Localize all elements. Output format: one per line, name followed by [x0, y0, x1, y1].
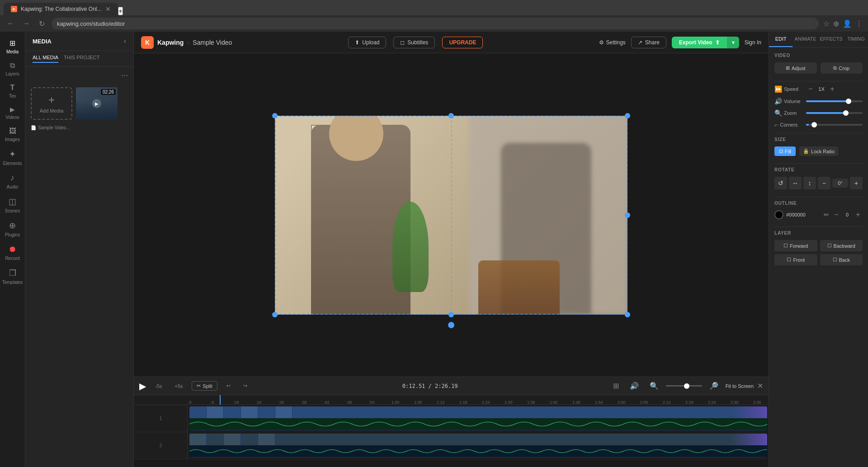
header-right: ⚙ Settings ↗ Share Export Video ⬆ ▾ Sign… — [599, 37, 761, 48]
handle-bot-left[interactable] — [272, 312, 278, 317]
layer-forward-button[interactable]: ☐ Forward — [774, 240, 817, 251]
sidebar-item-media[interactable]: ⊞ Media — [0, 35, 25, 58]
speed-inc-button[interactable]: + — [828, 85, 837, 93]
menu-icon[interactable]: ⋮ — [855, 19, 863, 28]
sidebar-item-text[interactable]: T Tex — [0, 80, 25, 102]
new-tab-button[interactable]: + — [118, 7, 123, 15]
adjust-button[interactable]: ⊞ Adjust — [774, 62, 817, 74]
tab-edit[interactable]: EDIT — [769, 32, 793, 47]
speed-dec-button[interactable]: − — [806, 85, 815, 93]
handle-bot-right[interactable] — [625, 312, 630, 317]
volume-slider-track[interactable] — [806, 100, 863, 102]
timeline-right-controls: ⊞ 🔊 🔍 🔎 Fit to Screen ✕ — [609, 380, 763, 392]
track-2-clip[interactable] — [189, 434, 767, 458]
tab-effects[interactable]: EFFECTS — [818, 32, 844, 47]
flip-v-button[interactable]: ↕ — [803, 177, 816, 189]
browser-chrome: K Kapwing: The Collaborative Onl... ✕ + … — [0, 0, 868, 32]
layer-section: LAYER ☐ Forward ☐ Backward ☐ Front — [774, 231, 863, 265]
settings-button[interactable]: ⚙ Settings — [599, 39, 625, 46]
undo-button[interactable]: ↩ — [223, 381, 234, 391]
split-button[interactable]: ✂ Split — [192, 381, 217, 391]
crop-button[interactable]: ⧉ Crop — [821, 62, 863, 74]
play-button[interactable]: ▶ — [139, 381, 146, 392]
rotate-ccw-button[interactable]: ↺ — [774, 177, 787, 189]
media-more-button[interactable]: ··· — [121, 71, 128, 80]
fill-button[interactable]: ⊡ Fill — [774, 146, 796, 156]
handle-mid-right[interactable] — [625, 212, 630, 218]
outline-color-swatch[interactable] — [774, 210, 783, 219]
share-button[interactable]: ↗ Share — [631, 37, 666, 48]
zoom-in-icon[interactable]: 🔎 — [706, 380, 722, 392]
extensions-icon[interactable]: ⊕ — [833, 19, 839, 28]
add-media-button[interactable]: + Add Media — [31, 87, 72, 120]
playhead[interactable] — [220, 395, 221, 405]
bookmark-icon[interactable]: ☆ — [823, 19, 830, 28]
handle-top-right[interactable] — [625, 113, 630, 118]
divider-4 — [774, 197, 863, 197]
outline-dec-button[interactable]: − — [832, 211, 841, 219]
track-1-clip[interactable] — [189, 406, 767, 430]
sidebar-item-scenes[interactable]: ◫ Scenes — [0, 193, 25, 217]
zoom-out-icon[interactable]: 🔍 — [646, 380, 662, 392]
tab-timing[interactable]: TIMING — [844, 32, 868, 47]
volume-slider-thumb[interactable] — [846, 99, 851, 104]
track-2-content[interactable] — [188, 432, 769, 459]
rotate-inc-button[interactable]: + — [850, 177, 863, 189]
file-icon: 📄 — [31, 125, 36, 130]
redo-button[interactable]: ↪ — [240, 381, 251, 391]
subtitles-button[interactable]: ◻ Subtitles — [393, 37, 435, 48]
upload-button[interactable]: ⬆ Upload — [348, 37, 386, 48]
tab-all-media[interactable]: ALL MEDIA — [33, 55, 58, 63]
zoom-slider-track[interactable] — [806, 112, 863, 114]
skip-back-button[interactable]: -5s — [151, 382, 165, 391]
outline-pen-button[interactable]: ✏ — [824, 211, 829, 218]
media-panel-close-button[interactable]: ‹ — [124, 37, 126, 45]
handle-bot-mid[interactable] — [448, 312, 454, 317]
speed-row: ⏩ Speed − 1X + — [774, 85, 863, 93]
flip-h-button[interactable]: ↔ — [789, 177, 802, 189]
track-1-content[interactable] — [188, 405, 769, 432]
tab-close-icon[interactable]: ✕ — [105, 5, 111, 13]
sidebar-item-elements[interactable]: ✦ Elements — [0, 146, 25, 170]
reload-button[interactable]: ↻ — [36, 18, 47, 29]
export-button[interactable]: Export Video ⬆ — [672, 37, 727, 48]
close-timeline-button[interactable]: ✕ — [757, 382, 763, 390]
signin-button[interactable]: Sign In — [745, 39, 761, 46]
zoom-slider-thumb[interactable] — [843, 110, 849, 116]
outline-inc-button[interactable]: + — [854, 211, 863, 219]
export-dropdown-button[interactable]: ▾ — [727, 37, 739, 48]
corners-slider-track[interactable] — [806, 124, 863, 126]
corners-slider-thumb[interactable] — [811, 122, 817, 127]
sidebar-item-videos[interactable]: ▶ Videos — [0, 102, 25, 123]
sidebar-item-record[interactable]: ⏺ Record — [0, 241, 25, 264]
active-tab[interactable]: K Kapwing: The Collaborative Onl... ✕ — [4, 3, 118, 15]
fit-view-icon[interactable]: ⊞ — [609, 380, 623, 392]
sidebar-item-audio[interactable]: ♪ Audio — [0, 170, 25, 193]
tab-animate[interactable]: ANIMATE — [793, 32, 818, 47]
sidebar-item-images[interactable]: 🖼 Images — [0, 123, 25, 146]
handle-top-left[interactable] — [272, 113, 278, 118]
forward-button[interactable]: → — [21, 18, 32, 29]
back-button[interactable]: ← — [5, 18, 16, 29]
layer-front-button[interactable]: ☐ Front — [774, 254, 817, 265]
handle-top-mid[interactable] — [448, 113, 454, 118]
profile-icon[interactable]: 👤 — [843, 19, 852, 28]
fit-screen-button[interactable]: Fit to Screen — [726, 383, 754, 389]
layer-backward-button[interactable]: ☐ Backward — [820, 240, 863, 251]
lock-ratio-button[interactable]: 🔒 Lock Ratio — [799, 146, 838, 156]
track-number: 1 — [160, 416, 162, 421]
sidebar-item-layers[interactable]: ⧉ Layers — [0, 58, 25, 80]
media-thumbnail[interactable]: ▶ 02:26 — [76, 87, 118, 120]
skip-fwd-button[interactable]: +5s — [171, 382, 186, 391]
rotate-dec-button[interactable]: − — [818, 177, 830, 189]
zoom-slider[interactable] — [666, 385, 702, 387]
address-bar[interactable] — [52, 18, 819, 29]
sidebar-item-templates[interactable]: ❒ Templates — [0, 264, 25, 288]
project-name: Sample Video — [193, 39, 232, 46]
sound-toggle-icon[interactable]: 🔊 — [626, 380, 642, 392]
layer-back-button[interactable]: ☐ Back — [820, 254, 863, 265]
upgrade-button[interactable]: UPGRADE — [442, 37, 483, 48]
sidebar-item-plugins[interactable]: ⊕ Plugins — [0, 217, 25, 241]
tab-this-project[interactable]: THIS PROJECT — [64, 55, 99, 63]
center-rotation-handle[interactable] — [448, 322, 454, 328]
